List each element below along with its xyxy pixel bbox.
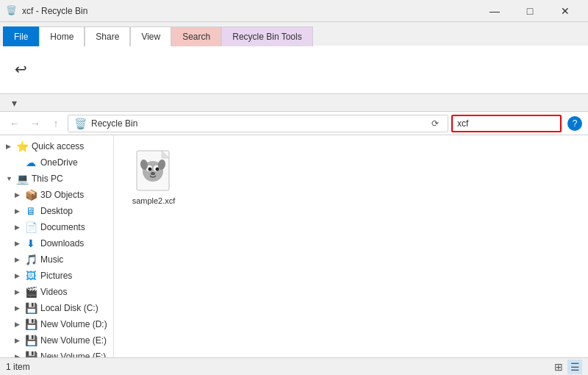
tab-view[interactable]: View (130, 26, 171, 46)
expand-icon: ▶ (15, 240, 25, 247)
window-controls: — □ ✕ (478, 0, 582, 22)
expand-icon: ▶ (15, 337, 25, 344)
sidebar-item-videos[interactable]: ▶🎬Videos (0, 284, 113, 300)
search-input[interactable] (457, 118, 567, 129)
toolbar-back-button[interactable]: ↩ (6, 57, 35, 83)
address-bar: ← → ↑ 🗑️ Recycle Bin ⟳ ✕ ? (0, 112, 588, 135)
item-icon: 💾 (25, 302, 37, 314)
view-icons: ⊞ ☰ (551, 360, 582, 374)
item-label: New Volume (F:) (40, 351, 106, 357)
item-icon: 💾 (25, 335, 37, 346)
sidebar: ▶⭐Quick access☁OneDrive▼💻This PC▶📦3D Obj… (0, 135, 114, 357)
item-label: Local Disk (C:) (40, 303, 98, 313)
item-icon: 🎵 (25, 254, 37, 265)
path-icon: 🗑️ (74, 118, 87, 129)
item-label: Videos (40, 287, 67, 297)
search-box[interactable]: ✕ (451, 115, 562, 132)
sidebar-item-volume-e[interactable]: ▶💾New Volume (E:) (0, 332, 113, 349)
expand-icon: ▶ (6, 143, 16, 150)
sidebar-item-local-c[interactable]: ▶💾Local Disk (C:) (0, 300, 113, 316)
sidebar-item-3d-objects[interactable]: ▶📦3D Objects (0, 187, 113, 203)
tab-recycle-bin-tools[interactable]: Recycle Bin Tools (221, 26, 313, 46)
expand-icon: ▶ (15, 353, 25, 357)
sidebar-item-documents[interactable]: ▶📄Documents (0, 219, 113, 235)
sidebar-item-pictures[interactable]: ▶🖼Pictures (0, 268, 113, 284)
file-thumb (132, 149, 176, 193)
title-icon: 🗑️ (6, 5, 18, 17)
help-button[interactable]: ? (567, 116, 582, 131)
title-bar: 🗑️ xcf - Recycle Bin — □ ✕ (0, 0, 588, 22)
nav-forward-button[interactable]: → (26, 115, 44, 132)
file-icon-svg (133, 149, 174, 193)
expand-icon: ▶ (15, 321, 25, 328)
sidebar-item-downloads[interactable]: ▶⬇Downloads (0, 235, 113, 251)
item-icon: ⭐ (16, 140, 28, 152)
sidebar-item-desktop[interactable]: ▶🖥Desktop (0, 203, 113, 219)
file-item-sample2[interactable]: sample2.xcf (124, 143, 183, 212)
item-label: OneDrive (40, 157, 78, 168)
sidebar-item-onedrive[interactable]: ☁OneDrive (0, 154, 113, 171)
expand-icon: ▶ (15, 256, 25, 263)
item-label: Desktop (40, 206, 73, 216)
item-icon: 💾 (25, 318, 37, 330)
sidebar-item-this-pc[interactable]: ▼💻This PC (0, 171, 113, 187)
minimize-button[interactable]: — (478, 0, 512, 22)
expand-icon: ▶ (15, 288, 25, 296)
item-label: Pictures (40, 271, 72, 281)
address-path[interactable]: 🗑️ Recycle Bin ⟳ (68, 115, 448, 132)
item-label: Music (40, 254, 63, 265)
item-icon: 🖥 (25, 205, 37, 217)
tab-home[interactable]: Home (39, 26, 85, 46)
file-label: sample2.xcf (132, 196, 176, 205)
ribbon-toolbar: ↩ (0, 46, 588, 94)
expand-icon: ▶ (15, 272, 25, 279)
expand-icon: ▼ (6, 175, 16, 182)
svg-point-7 (151, 172, 155, 175)
item-icon: 🎬 (25, 286, 37, 298)
sidebar-item-volume-d[interactable]: ▶💾New Volume (D:) (0, 316, 113, 332)
expand-icon: ▶ (15, 304, 25, 312)
item-label: Documents (40, 222, 85, 232)
item-label: 3D Objects (40, 190, 84, 200)
item-label: Quick access (32, 141, 84, 151)
item-label: New Volume (E:) (40, 335, 107, 346)
view-details-button[interactable]: ☰ (567, 360, 582, 374)
item-label: New Volume (D:) (40, 319, 107, 329)
expand-icon: ▶ (15, 207, 25, 215)
main-area: ▶⭐Quick access☁OneDrive▼💻This PC▶📦3D Obj… (0, 135, 588, 357)
back-icon: ↩ (15, 60, 27, 78)
item-icon: ⬇ (25, 238, 37, 249)
quick-access-dropdown[interactable]: ▾ (6, 95, 22, 111)
item-icon: 💾 (25, 351, 37, 357)
quick-access-bar: ▾ (0, 94, 588, 112)
item-label: Downloads (40, 238, 84, 249)
title-text: xcf - Recycle Bin (22, 6, 478, 16)
ribbon-tabs: File Home Share View Search Recycle Bin … (0, 22, 588, 46)
sidebar-item-volume-f[interactable]: ▶💾New Volume (F:) (0, 349, 113, 357)
expand-icon: ▶ (15, 191, 25, 199)
maximize-button[interactable]: □ (513, 0, 547, 22)
close-button[interactable]: ✕ (548, 0, 582, 22)
tab-file[interactable]: File (3, 26, 39, 46)
item-label: This PC (32, 174, 63, 184)
item-icon: 📦 (25, 189, 37, 201)
svg-point-5 (148, 168, 152, 171)
sidebar-item-music[interactable]: ▶🎵Music (0, 251, 113, 268)
item-icon: 📄 (25, 221, 37, 233)
nav-up-button[interactable]: ↑ (47, 115, 65, 132)
status-item-count: 1 item (6, 362, 551, 372)
path-text: Recycle Bin (91, 118, 429, 129)
sidebar-item-quick-access[interactable]: ▶⭐Quick access (0, 138, 113, 154)
view-grid-button[interactable]: ⊞ (551, 360, 566, 374)
item-icon: 🖼 (25, 270, 37, 282)
nav-back-button[interactable]: ← (6, 115, 24, 132)
item-icon: 💻 (16, 173, 28, 185)
tab-share[interactable]: Share (85, 26, 130, 46)
item-icon: ☁ (25, 157, 37, 168)
tab-search[interactable]: Search (171, 26, 221, 46)
expand-icon: ▶ (15, 224, 25, 231)
refresh-icon[interactable]: ⟳ (429, 118, 442, 129)
file-area: sample2.xcf (117, 135, 588, 357)
status-bar: 1 item ⊞ ☰ (0, 357, 588, 375)
